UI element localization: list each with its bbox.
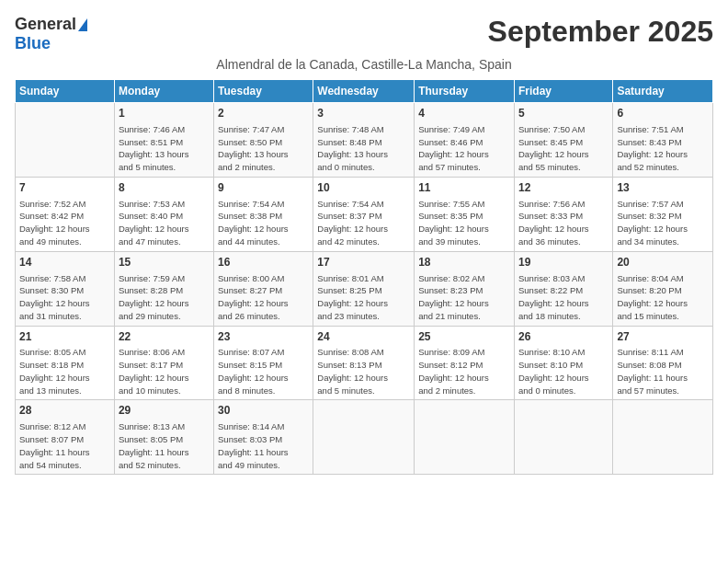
calendar-cell xyxy=(415,400,515,475)
weekday-monday: Monday xyxy=(114,80,213,103)
day-number: 5 xyxy=(518,106,609,121)
day-number: 16 xyxy=(218,255,309,270)
calendar-cell: 1Sunrise: 7:46 AMSunset: 8:51 PMDaylight… xyxy=(114,103,213,178)
day-number: 15 xyxy=(119,255,210,270)
day-number: 18 xyxy=(418,255,510,270)
weekday-wednesday: Wednesday xyxy=(313,80,415,103)
calendar-cell xyxy=(16,103,115,178)
weekday-saturday: Saturday xyxy=(613,80,713,103)
day-number: 22 xyxy=(119,329,210,345)
calendar-cell: 13Sunrise: 7:57 AMSunset: 8:32 PMDayligh… xyxy=(613,177,713,251)
day-number: 13 xyxy=(617,180,709,196)
day-number: 10 xyxy=(317,180,410,196)
day-detail: Sunrise: 7:50 AMSunset: 8:45 PMDaylight:… xyxy=(518,123,609,174)
day-detail: Sunrise: 7:57 AMSunset: 8:32 PMDaylight:… xyxy=(617,198,709,248)
calendar-cell: 17Sunrise: 8:01 AMSunset: 8:25 PMDayligh… xyxy=(313,251,415,326)
day-detail: Sunrise: 8:06 AMSunset: 8:17 PMDaylight:… xyxy=(119,346,210,396)
week-row-5: 28Sunrise: 8:12 AMSunset: 8:07 PMDayligh… xyxy=(16,400,713,475)
header: General Blue September 2025 xyxy=(15,15,713,53)
day-number: 9 xyxy=(218,180,309,196)
day-number: 30 xyxy=(218,403,309,419)
day-detail: Sunrise: 8:08 AMSunset: 8:13 PMDaylight:… xyxy=(317,346,410,396)
day-detail: Sunrise: 8:03 AMSunset: 8:22 PMDaylight:… xyxy=(518,272,609,323)
logo: General Blue xyxy=(15,15,87,53)
day-detail: Sunrise: 8:11 AMSunset: 8:08 PMDaylight:… xyxy=(617,346,709,396)
week-row-2: 7Sunrise: 7:52 AMSunset: 8:42 PMDaylight… xyxy=(16,177,713,251)
calendar: SundayMondayTuesdayWednesdayThursdayFrid… xyxy=(15,79,713,475)
day-detail: Sunrise: 7:48 AMSunset: 8:48 PMDaylight:… xyxy=(317,123,410,174)
day-number: 21 xyxy=(19,329,110,345)
day-detail: Sunrise: 8:01 AMSunset: 8:25 PMDaylight:… xyxy=(317,272,410,323)
calendar-cell: 29Sunrise: 8:13 AMSunset: 8:05 PMDayligh… xyxy=(114,400,213,475)
weekday-friday: Friday xyxy=(514,80,612,103)
calendar-cell: 6Sunrise: 7:51 AMSunset: 8:43 PMDaylight… xyxy=(613,103,713,178)
day-detail: Sunrise: 7:55 AMSunset: 8:35 PMDaylight:… xyxy=(418,198,510,248)
calendar-cell: 3Sunrise: 7:48 AMSunset: 8:48 PMDaylight… xyxy=(313,103,415,178)
day-number: 11 xyxy=(418,180,510,196)
calendar-cell: 26Sunrise: 8:10 AMSunset: 8:10 PMDayligh… xyxy=(514,326,612,400)
weekday-thursday: Thursday xyxy=(415,80,515,103)
calendar-cell xyxy=(514,400,612,475)
day-number: 24 xyxy=(317,329,410,345)
day-number: 26 xyxy=(518,329,609,345)
calendar-cell xyxy=(613,400,713,475)
day-number: 2 xyxy=(218,106,309,121)
calendar-cell: 24Sunrise: 8:08 AMSunset: 8:13 PMDayligh… xyxy=(313,326,415,400)
day-detail: Sunrise: 7:56 AMSunset: 8:33 PMDaylight:… xyxy=(518,198,609,248)
day-number: 6 xyxy=(617,106,709,121)
day-detail: Sunrise: 8:14 AMSunset: 8:03 PMDaylight:… xyxy=(218,420,309,471)
calendar-cell: 27Sunrise: 8:11 AMSunset: 8:08 PMDayligh… xyxy=(613,326,713,400)
calendar-cell: 20Sunrise: 8:04 AMSunset: 8:20 PMDayligh… xyxy=(613,251,713,326)
day-number: 3 xyxy=(317,106,410,121)
calendar-cell: 14Sunrise: 7:58 AMSunset: 8:30 PMDayligh… xyxy=(16,251,115,326)
day-number: 29 xyxy=(119,403,210,419)
day-detail: Sunrise: 7:52 AMSunset: 8:42 PMDaylight:… xyxy=(19,198,110,248)
logo-general-text: General xyxy=(15,15,76,34)
day-number: 28 xyxy=(19,403,110,419)
calendar-cell: 28Sunrise: 8:12 AMSunset: 8:07 PMDayligh… xyxy=(16,400,115,475)
day-detail: Sunrise: 7:49 AMSunset: 8:46 PMDaylight:… xyxy=(418,123,510,174)
calendar-cell: 10Sunrise: 7:54 AMSunset: 8:37 PMDayligh… xyxy=(313,177,415,251)
day-number: 4 xyxy=(418,106,510,121)
day-detail: Sunrise: 7:54 AMSunset: 8:37 PMDaylight:… xyxy=(317,198,410,248)
day-detail: Sunrise: 8:09 AMSunset: 8:12 PMDaylight:… xyxy=(418,346,510,396)
calendar-cell: 8Sunrise: 7:53 AMSunset: 8:40 PMDaylight… xyxy=(114,177,213,251)
day-detail: Sunrise: 8:12 AMSunset: 8:07 PMDaylight:… xyxy=(19,420,110,471)
weekday-header-row: SundayMondayTuesdayWednesdayThursdayFrid… xyxy=(16,80,713,103)
day-detail: Sunrise: 7:58 AMSunset: 8:30 PMDaylight:… xyxy=(19,272,110,323)
calendar-cell: 16Sunrise: 8:00 AMSunset: 8:27 PMDayligh… xyxy=(214,251,313,326)
day-detail: Sunrise: 7:59 AMSunset: 8:28 PMDaylight:… xyxy=(119,272,210,323)
calendar-cell: 30Sunrise: 8:14 AMSunset: 8:03 PMDayligh… xyxy=(214,400,313,475)
calendar-cell: 9Sunrise: 7:54 AMSunset: 8:38 PMDaylight… xyxy=(214,177,313,251)
week-row-3: 14Sunrise: 7:58 AMSunset: 8:30 PMDayligh… xyxy=(16,251,713,326)
calendar-cell: 12Sunrise: 7:56 AMSunset: 8:33 PMDayligh… xyxy=(514,177,612,251)
subtitle: Almendral de la Canada, Castille-La Manc… xyxy=(15,57,713,72)
calendar-cell: 18Sunrise: 8:02 AMSunset: 8:23 PMDayligh… xyxy=(415,251,515,326)
calendar-cell: 15Sunrise: 7:59 AMSunset: 8:28 PMDayligh… xyxy=(114,251,213,326)
calendar-cell: 11Sunrise: 7:55 AMSunset: 8:35 PMDayligh… xyxy=(415,177,515,251)
day-number: 8 xyxy=(119,180,210,196)
day-detail: Sunrise: 8:00 AMSunset: 8:27 PMDaylight:… xyxy=(218,272,309,323)
weekday-tuesday: Tuesday xyxy=(214,80,313,103)
day-number: 12 xyxy=(518,180,609,196)
week-row-4: 21Sunrise: 8:05 AMSunset: 8:18 PMDayligh… xyxy=(16,326,713,400)
day-number: 7 xyxy=(19,180,110,196)
logo-blue-text: Blue xyxy=(15,34,51,53)
calendar-cell: 25Sunrise: 8:09 AMSunset: 8:12 PMDayligh… xyxy=(415,326,515,400)
calendar-cell: 21Sunrise: 8:05 AMSunset: 8:18 PMDayligh… xyxy=(16,326,115,400)
logo-triangle-icon xyxy=(78,18,87,31)
calendar-cell: 23Sunrise: 8:07 AMSunset: 8:15 PMDayligh… xyxy=(214,326,313,400)
day-number: 19 xyxy=(518,255,609,270)
week-row-1: 1Sunrise: 7:46 AMSunset: 8:51 PMDaylight… xyxy=(16,103,713,178)
calendar-cell: 22Sunrise: 8:06 AMSunset: 8:17 PMDayligh… xyxy=(114,326,213,400)
calendar-cell: 4Sunrise: 7:49 AMSunset: 8:46 PMDaylight… xyxy=(415,103,515,178)
day-detail: Sunrise: 8:13 AMSunset: 8:05 PMDaylight:… xyxy=(119,420,210,471)
calendar-body: 1Sunrise: 7:46 AMSunset: 8:51 PMDaylight… xyxy=(16,103,713,475)
day-number: 1 xyxy=(119,106,210,121)
calendar-cell xyxy=(313,400,415,475)
day-number: 23 xyxy=(218,329,309,345)
day-detail: Sunrise: 7:54 AMSunset: 8:38 PMDaylight:… xyxy=(218,198,309,248)
calendar-cell: 2Sunrise: 7:47 AMSunset: 8:50 PMDaylight… xyxy=(214,103,313,178)
day-number: 25 xyxy=(418,329,510,345)
day-detail: Sunrise: 7:53 AMSunset: 8:40 PMDaylight:… xyxy=(119,198,210,248)
